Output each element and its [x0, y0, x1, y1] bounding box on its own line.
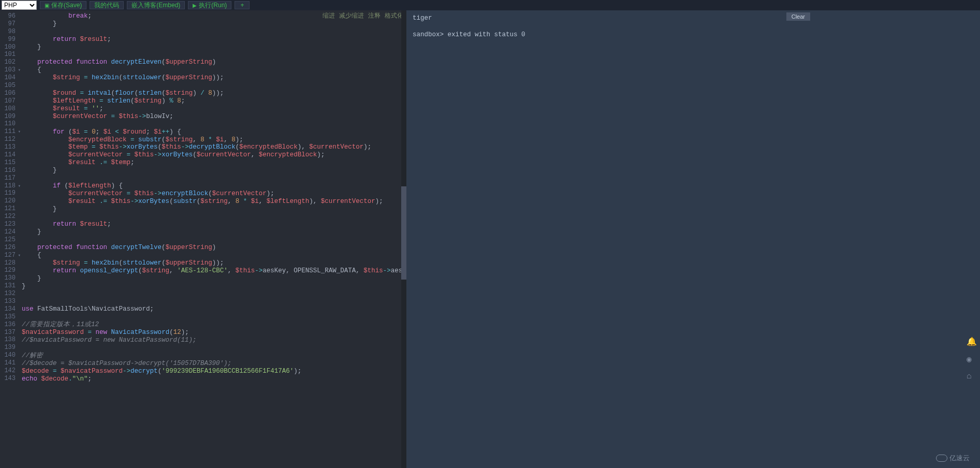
code-line[interactable]: protected function decryptTwelve($upperS…	[22, 244, 406, 252]
code-line[interactable]	[22, 290, 406, 298]
line-number: 136	[0, 321, 16, 329]
editor-hints: 缩进 减少缩进 注释 格式化	[323, 11, 403, 20]
line-number: 111	[0, 128, 16, 136]
hint-format[interactable]: 格式化	[385, 11, 403, 20]
output-line-2: sandbox> exited with status 0	[413, 31, 974, 38]
scroll-thumb[interactable]	[401, 186, 406, 280]
hint-comment[interactable]: 注释	[368, 11, 381, 20]
code-line[interactable]: //$navicatPassword = new NavicatPassword…	[22, 337, 406, 344]
line-number: 128	[0, 259, 16, 267]
code-line[interactable]: $leftLength = strlen($string) % 8;	[22, 97, 406, 105]
code-line[interactable]: $string = hex2bin(strtolower($upperStrin…	[22, 259, 406, 267]
add-tab-button[interactable]: +	[235, 1, 250, 9]
code-line[interactable]: for ($i = 0; $i < $round; $i++) {	[22, 128, 406, 136]
code-line[interactable]: }	[22, 283, 406, 290]
code-line[interactable]: //$decode = $navicatPassword->decrypt('1…	[22, 360, 406, 368]
code-line[interactable]: $temp = $this->xorBytes($this->decryptBl…	[22, 143, 406, 151]
code-line[interactable]: }	[22, 43, 406, 51]
line-number: 133	[0, 298, 16, 305]
watermark-icon	[936, 455, 947, 462]
line-number: 126	[0, 244, 16, 252]
plus-icon: +	[240, 2, 244, 9]
line-number: 112	[0, 136, 16, 143]
line-number: 105	[0, 82, 16, 90]
line-number: 98	[0, 28, 16, 36]
save-label: 保存(Save)	[51, 1, 82, 10]
code-line[interactable]	[22, 236, 406, 244]
line-number: 129	[0, 267, 16, 274]
code-line[interactable]: return $result;	[22, 221, 406, 228]
watermark-text: 亿速云	[949, 454, 970, 463]
line-number: 139	[0, 344, 16, 352]
code-line[interactable]: }	[22, 167, 406, 174]
play-icon: ▶	[193, 3, 197, 8]
embed-button[interactable]: 嵌入博客(Embed)	[127, 1, 185, 9]
code-editor[interactable]: break; } return $result; } protected fun…	[19, 10, 406, 468]
code-line[interactable]	[22, 82, 406, 90]
code-line[interactable]: $currentVector = $this->encryptBlock($cu…	[22, 190, 406, 198]
line-number: 122	[0, 213, 16, 221]
line-number: 121	[0, 205, 16, 213]
code-line[interactable]	[22, 51, 406, 59]
line-number: 113	[0, 143, 16, 151]
line-number: 137	[0, 329, 16, 337]
code-line[interactable]	[22, 313, 406, 321]
code-line[interactable]: protected function decryptEleven($upperS…	[22, 58, 406, 66]
code-line[interactable]: $decode = $navicatPassword->decrypt('999…	[22, 368, 406, 375]
code-line[interactable]: {	[22, 66, 406, 74]
line-number: 117	[0, 174, 16, 182]
save-icon: ▣	[45, 3, 49, 8]
code-line[interactable]: {	[22, 252, 406, 259]
language-select[interactable]: PHP	[2, 1, 37, 10]
editor-scrollbar[interactable]	[401, 10, 406, 468]
code-line[interactable]: $encryptedBlock = substr($string, 8 * $i…	[22, 136, 406, 144]
code-line[interactable]	[22, 298, 406, 306]
mycode-label: 我的代码	[94, 1, 119, 10]
line-number: 101	[0, 51, 16, 58]
save-button[interactable]: ▣ 保存(Save)	[40, 1, 86, 9]
line-number: 141	[0, 359, 16, 367]
code-line[interactable]: //解密	[22, 352, 406, 360]
line-number: 123	[0, 221, 16, 228]
line-number: 102	[0, 58, 16, 66]
code-line[interactable]: return openssl_decrypt($string, 'AES-128…	[22, 267, 406, 275]
line-number: 109	[0, 113, 16, 121]
line-number: 130	[0, 274, 16, 282]
code-line[interactable]: $round = intval(floor(strlen($string) / …	[22, 90, 406, 97]
mycode-button[interactable]: 我的代码	[90, 1, 124, 9]
code-line[interactable]: use FatSmallTools\NavicatPassword;	[22, 305, 406, 313]
line-number: 135	[0, 313, 16, 321]
code-line[interactable]	[22, 213, 406, 221]
code-line[interactable]: }	[22, 206, 406, 213]
hint-unindent[interactable]: 减少缩进	[339, 11, 364, 20]
code-line[interactable]: echo $decode."\n";	[22, 375, 406, 383]
line-number: 134	[0, 305, 16, 313]
code-line[interactable]	[22, 344, 406, 352]
run-button[interactable]: ▶ 执行(Run)	[188, 1, 231, 9]
weibo-icon[interactable]: ◉	[967, 354, 977, 364]
code-line[interactable]: }	[22, 20, 406, 28]
code-line[interactable]: $currentVector = $this->blowIv;	[22, 113, 406, 121]
code-line[interactable]: $navicatPassword = new NavicatPassword(1…	[22, 329, 406, 337]
code-line[interactable]: $currentVector = $this->xorBytes($curren…	[22, 151, 406, 159]
code-line[interactable]: }	[22, 228, 406, 236]
line-number: 103	[0, 66, 16, 74]
code-line[interactable]: $result .= $temp;	[22, 159, 406, 167]
code-line[interactable]: //需要指定版本，11或12	[22, 321, 406, 329]
code-line[interactable]: $string = hex2bin(strtolower($upperStrin…	[22, 74, 406, 82]
code-line[interactable]	[22, 28, 406, 36]
main-area: 9697989910010110210310410510610710810911…	[0, 10, 980, 468]
code-line[interactable]: $result .= $this->xorBytes(substr($strin…	[22, 198, 406, 206]
clear-button[interactable]: Clear	[786, 12, 810, 21]
code-line[interactable]: $result = '';	[22, 105, 406, 113]
code-line[interactable]: if ($leftLength) {	[22, 182, 406, 190]
code-line[interactable]	[22, 121, 406, 128]
hint-indent[interactable]: 缩进	[323, 11, 335, 20]
watermark: 亿速云	[936, 454, 970, 463]
code-line[interactable]: return $result;	[22, 36, 406, 43]
bell-icon[interactable]: 🔔	[967, 337, 977, 347]
github-icon[interactable]: ⌂	[967, 372, 977, 381]
code-line[interactable]: }	[22, 275, 406, 283]
code-line[interactable]	[22, 174, 406, 182]
line-number: 143	[0, 375, 16, 383]
